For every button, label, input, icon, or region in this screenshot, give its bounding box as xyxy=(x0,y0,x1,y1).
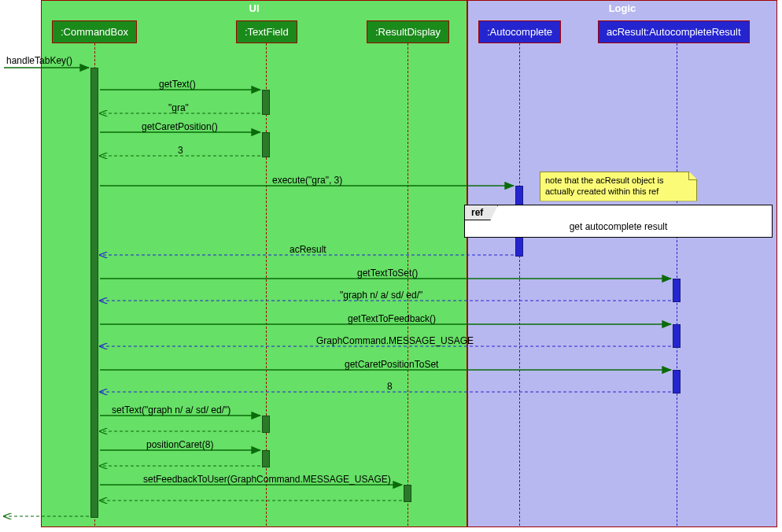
ref-fragment: ref get autocomplete result xyxy=(464,205,773,238)
activation-acresult-2 xyxy=(673,324,681,348)
msg-ret-msgusage: GraphCommand.MESSAGE_USAGE xyxy=(315,335,475,346)
participant-commandbox: :CommandBox xyxy=(52,20,137,43)
msg-gettext: getText() xyxy=(157,79,197,90)
msg-ret-gra: "gra" xyxy=(167,102,190,113)
participant-commandbox-label: :CommandBox xyxy=(61,26,128,38)
group-logic-title: Logic xyxy=(468,2,776,14)
lifeline-autocomplete xyxy=(519,43,520,526)
msg-settext: setText("graph n/ a/ sd/ ed/") xyxy=(110,405,232,416)
msg-setfeedbacktouser: setFeedbackToUser(GraphCommand.MESSAGE_U… xyxy=(142,474,393,485)
msg-getcaretpostoset: getCaretPositionToSet xyxy=(343,359,440,370)
msg-ret-8: 8 xyxy=(385,381,394,392)
msg-handletabkey: handleTabKey() xyxy=(5,55,74,66)
note-acresult: note that the acResult object is actuall… xyxy=(540,172,697,201)
msg-gettexttoset: getTextToSet() xyxy=(356,268,419,279)
msg-ret-3: 3 xyxy=(176,145,185,156)
ref-text: get autocomplete result xyxy=(465,221,772,232)
activation-textfield-1 xyxy=(262,90,270,115)
group-ui: UI xyxy=(41,0,467,527)
activation-textfield-2 xyxy=(262,132,270,157)
participant-acresult-label: acResult:AutocompleteResult xyxy=(607,26,741,38)
activation-acresult-3 xyxy=(673,370,681,393)
participant-resultdisplay: :ResultDisplay xyxy=(367,20,449,43)
participant-resultdisplay-label: :ResultDisplay xyxy=(375,26,441,38)
ref-tag: ref xyxy=(464,205,498,220)
activation-commandbox xyxy=(90,68,98,518)
msg-getcaretposition: getCaretPosition() xyxy=(140,121,219,132)
participant-autocomplete: :Autocomplete xyxy=(478,20,561,43)
activation-resultdisplay xyxy=(404,485,411,502)
participant-textfield-label: :TextField xyxy=(245,26,289,38)
msg-gettexttofeedback: getTextToFeedback() xyxy=(346,313,437,324)
participant-autocomplete-label: :Autocomplete xyxy=(487,26,552,38)
activation-acresult-1 xyxy=(673,279,681,302)
participant-textfield: :TextField xyxy=(236,20,297,43)
note-line-1: note that the acResult object is xyxy=(545,175,690,187)
activation-textfield-3 xyxy=(262,416,270,433)
activation-textfield-4 xyxy=(262,450,270,467)
note-line-2: actually created within this ref xyxy=(545,187,690,198)
group-ui-title: UI xyxy=(42,2,467,14)
msg-ret-acresult: acResult xyxy=(288,244,328,255)
participant-acresult: acResult:AutocompleteResult xyxy=(598,20,750,43)
msg-execute: execute("gra", 3) xyxy=(271,175,344,186)
group-logic: Logic xyxy=(467,0,777,527)
sequence-diagram: UI Logic :CommandBox :TextField :ResultD… xyxy=(0,0,782,532)
msg-ret-graph: "graph n/ a/ sd/ ed/" xyxy=(338,290,424,301)
lifeline-resultdisplay xyxy=(408,43,408,526)
msg-positioncaret: positionCaret(8) xyxy=(145,439,215,450)
